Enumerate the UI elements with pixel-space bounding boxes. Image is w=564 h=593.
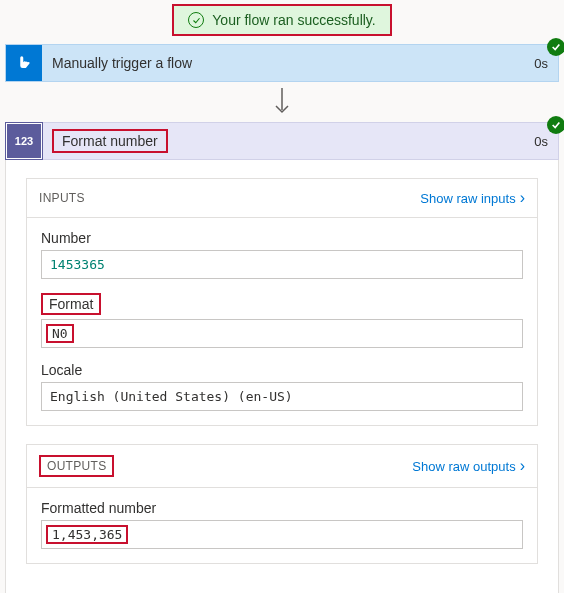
show-raw-outputs-link[interactable]: Show raw outputs ›: [412, 457, 525, 475]
number-field-value: 1453365: [41, 250, 523, 279]
check-circle-icon: [188, 12, 204, 28]
result-value-text: 1,453,365: [46, 525, 128, 544]
trigger-card[interactable]: Manually trigger a flow 0s: [5, 44, 559, 82]
number-icon: 123: [6, 123, 42, 159]
hand-pointer-icon: [6, 45, 42, 81]
locale-field-value: English (United States) (en-US): [41, 382, 523, 411]
inputs-section: INPUTS Show raw inputs › Number 1453365 …: [26, 178, 538, 426]
format-value-text: N0: [46, 324, 74, 343]
success-banner: Your flow ran successfully.: [172, 4, 391, 36]
step-details-panel: INPUTS Show raw inputs › Number 1453365 …: [5, 160, 559, 593]
show-raw-inputs-link[interactable]: Show raw inputs ›: [420, 189, 525, 207]
success-text: Your flow ran successfully.: [212, 12, 375, 28]
step-title: Format number: [52, 129, 168, 153]
inputs-label: INPUTS: [39, 191, 85, 205]
result-field-value: 1,453,365: [41, 520, 523, 549]
format-field-value: N0: [41, 319, 523, 348]
result-field-label: Formatted number: [41, 500, 523, 516]
number-field-label: Number: [41, 230, 523, 246]
outputs-section: OUTPUTS Show raw outputs › Formatted num…: [26, 444, 538, 564]
status-check-icon: [547, 38, 564, 56]
show-raw-outputs-text: Show raw outputs: [412, 459, 515, 474]
outputs-label: OUTPUTS: [39, 455, 114, 477]
locale-field-label: Locale: [41, 362, 523, 378]
format-field-label: Format: [41, 293, 101, 315]
status-check-icon: [547, 116, 564, 134]
trigger-title: Manually trigger a flow: [42, 45, 524, 81]
flow-arrow: [4, 82, 560, 122]
chevron-right-icon: ›: [520, 189, 525, 207]
chevron-right-icon: ›: [520, 457, 525, 475]
format-number-card[interactable]: 123 Format number 0s: [5, 122, 559, 160]
show-raw-inputs-text: Show raw inputs: [420, 191, 515, 206]
